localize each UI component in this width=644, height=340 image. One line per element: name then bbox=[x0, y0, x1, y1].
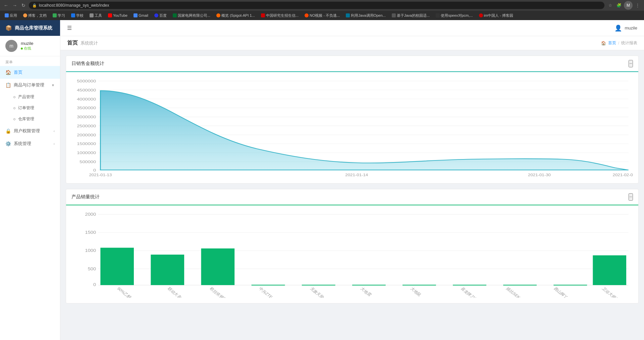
sidebar-item-home[interactable]: 🏠 首页 bbox=[0, 66, 60, 79]
svg-text:欧拉依顿行胡拉链柔软连衣丁: 欧拉依顿行胡拉链柔软连衣丁 bbox=[209, 286, 253, 298]
goods-order-icon: 📋 bbox=[5, 82, 11, 88]
daily-sales-title: 日销售金额统计 bbox=[71, 61, 104, 67]
sidebar-item-system-mgmt[interactable]: ⚙️ 系统管理 ‹ bbox=[0, 137, 60, 150]
header-left: ☰ bbox=[67, 25, 72, 31]
header-username: muzile bbox=[625, 25, 637, 30]
bookmark-school[interactable]: 学校 bbox=[69, 12, 86, 19]
bookmark-java2[interactable]: 基于Java的校园适... bbox=[390, 12, 432, 19]
main-content: ☰ 👤 muzile 首页 系统统计 🏠 首页 / 统计报表 bbox=[60, 20, 644, 340]
breadcrumb-current: 统计报表 bbox=[621, 40, 637, 46]
bookmark-grad[interactable]: 中国研究生招生信... bbox=[259, 12, 301, 19]
chevron-down-icon: ▼ bbox=[51, 83, 55, 87]
lock-icon: 🔒 bbox=[32, 3, 37, 8]
svg-text:500000: 500000 bbox=[79, 159, 96, 164]
bookmark-gmail[interactable]: Gmail bbox=[131, 13, 150, 18]
reload-button[interactable]: ↻ bbox=[20, 2, 27, 9]
svg-text:插比SEKO Q54B啡苏杯茶具: 插比SEKO Q54B啡苏杯茶具 bbox=[505, 286, 548, 298]
bookmark-doc[interactable]: 搏客，文档 bbox=[21, 12, 49, 19]
daily-sales-collapse-button[interactable]: − bbox=[629, 60, 633, 67]
bookmark-state-grid[interactable]: 国家电网有限公司... bbox=[171, 12, 212, 19]
svg-text:中兴ZTE 天机Axon 20 青春版: 中兴ZTE 天机Axon 20 青春版 bbox=[258, 286, 303, 298]
browser-bookmarks: 应用 搏客，文档 学习 学校 工具 YouTube Gmail 百度 bbox=[0, 11, 644, 20]
sidebar-item-user-perm[interactable]: 🔒 用户权限管理 ‹ bbox=[0, 125, 60, 137]
page-title: 首页 bbox=[67, 40, 78, 47]
sidebar-item-goods-order[interactable]: 📋 商品与订单管理 ▼ bbox=[0, 79, 60, 91]
sidebar-item-order-mgmt[interactable]: 订单管理 bbox=[3, 103, 60, 114]
svg-text:大地鼠: 大地鼠 bbox=[409, 286, 422, 297]
svg-text:90%乙醇 消毒液: 90%乙醇 消毒液 bbox=[116, 286, 143, 298]
product-mgmt-label: 产品管理 bbox=[18, 94, 34, 100]
svg-text:联动大衣: 联动大衣 bbox=[166, 286, 182, 298]
product-sales-collapse-button[interactable]: − bbox=[629, 193, 633, 201]
address-bar[interactable]: 🔒 localhost:8080/manage_sys_web/index bbox=[29, 2, 604, 9]
svg-text:2500000: 2500000 bbox=[77, 124, 96, 128]
header-user-icon: 👤 bbox=[614, 24, 622, 32]
status-dot bbox=[21, 48, 23, 50]
app-container: 📦 商品仓库管理系统 m muzile 在线 菜单 🏠 首页 bbox=[0, 20, 644, 340]
bookmark-spigot[interactable]: 概览 (Spigot-API 1... bbox=[214, 12, 257, 19]
sidebar-item-warehouse-mgmt[interactable]: 仓库管理 bbox=[3, 114, 60, 125]
sub-dot-product bbox=[13, 96, 15, 98]
product-sales-chart: 2000 1500 1000 500 0 bbox=[71, 211, 633, 298]
sidebar-nav: 菜单 🏠 首页 📋 商品与订单管理 ▼ 产品管理 bbox=[0, 56, 60, 340]
warehouse-mgmt-label: 仓库管理 bbox=[18, 116, 34, 122]
back-button[interactable]: ← bbox=[3, 2, 9, 9]
top-header: ☰ 👤 muzile bbox=[60, 20, 644, 36]
svg-text:3500000: 3500000 bbox=[77, 106, 96, 110]
browser-toolbar: ← → ↻ 🔒 localhost:8080/manage_sys_web/in… bbox=[0, 0, 644, 11]
bar-11 bbox=[593, 255, 626, 285]
extensions-button[interactable]: 🧩 bbox=[615, 2, 623, 9]
star-button[interactable]: ☆ bbox=[606, 2, 614, 9]
bookmark-cnblog[interactable]: im中国人 - 搏客园 bbox=[477, 12, 515, 19]
sub-menu-goods: 产品管理 订单管理 仓库管理 bbox=[0, 91, 60, 125]
bookmark-baidu[interactable]: 百度 bbox=[152, 12, 169, 19]
page-title-area: 首页 系统统计 bbox=[67, 40, 98, 47]
avatar: m bbox=[5, 40, 17, 52]
menu-toggle-button[interactable]: ☰ bbox=[67, 25, 72, 31]
user-info: muzile 在线 bbox=[21, 41, 34, 51]
sidebar-item-home-label: 首页 bbox=[14, 69, 22, 75]
sidebar-item-product-mgmt[interactable]: 产品管理 bbox=[3, 91, 60, 103]
svg-text:1500000: 1500000 bbox=[77, 142, 96, 146]
home-breadcrumb-icon: 🏠 bbox=[601, 41, 606, 46]
svg-text:0: 0 bbox=[93, 168, 96, 172]
sidebar: 📦 商品仓库管理系统 m muzile 在线 菜单 🏠 首页 bbox=[0, 20, 60, 340]
daily-sales-card: 日销售金额统计 − bbox=[66, 56, 639, 184]
svg-text:4500000: 4500000 bbox=[77, 88, 96, 92]
svg-text:5000000: 5000000 bbox=[77, 79, 96, 83]
svg-text:3000000: 3000000 bbox=[77, 115, 96, 119]
svg-text:跑山脚丫 iPlay40 2021旗舰: 跑山脚丫 iPlay40 2021旗舰 bbox=[553, 286, 594, 298]
bookmark-java[interactable]: 利用Java调用Open... bbox=[344, 12, 387, 19]
product-sales-card: 产品销量统计 − 2000 1500 1000 500 0 bbox=[66, 189, 639, 303]
bookmark-novideo[interactable]: NO视频 - 不负逃... bbox=[303, 12, 342, 19]
svg-text:2021-02-01: 2021-02-01 bbox=[613, 173, 633, 177]
bookmark-speex[interactable]: 使用speex对pcm,... bbox=[434, 12, 475, 19]
sub-dot-warehouse bbox=[13, 118, 15, 120]
forward-button[interactable]: → bbox=[11, 2, 18, 9]
bookmark-youtube[interactable]: YouTube bbox=[106, 13, 129, 18]
svg-text:无敌天险: 无敌天险 bbox=[309, 286, 325, 298]
sub-dot-order bbox=[13, 107, 15, 109]
bar-2 bbox=[151, 255, 184, 285]
browser-chrome: ← → ↻ 🔒 localhost:8080/manage_sys_web/in… bbox=[0, 0, 644, 20]
system-mgmt-icon: ⚙️ bbox=[5, 141, 11, 146]
bar-1 bbox=[100, 248, 134, 285]
profile-button[interactable]: M bbox=[624, 1, 633, 10]
bookmark-learn[interactable]: 学习 bbox=[51, 12, 67, 19]
svg-text:4000000: 4000000 bbox=[77, 97, 96, 101]
breadcrumb-home-link[interactable]: 首页 bbox=[608, 40, 616, 46]
product-sales-svg: 2000 1500 1000 500 0 bbox=[71, 211, 633, 298]
user-status: 在线 bbox=[21, 46, 34, 51]
sidebar-item-goods-label: 商品与订单管理 bbox=[14, 82, 44, 88]
svg-text:1000000: 1000000 bbox=[77, 151, 96, 155]
daily-sales-svg: 5000000 4500000 4000000 3500000 3000000 … bbox=[71, 77, 633, 178]
menu-button[interactable]: ⋮ bbox=[634, 2, 641, 9]
order-mgmt-label: 订单管理 bbox=[18, 105, 34, 111]
daily-sales-card-body: 5000000 4500000 4000000 3500000 3000000 … bbox=[66, 72, 638, 183]
bookmark-tools[interactable]: 工具 bbox=[88, 12, 104, 19]
breadcrumb-separator: / bbox=[618, 41, 619, 46]
bookmark-apps[interactable]: 应用 bbox=[3, 12, 19, 19]
svg-text:2021-01-30: 2021-01-30 bbox=[528, 173, 551, 177]
sidebar-item-user-perm-label: 用户权限管理 bbox=[14, 128, 40, 134]
daily-sales-chart: 5000000 4500000 4000000 3500000 3000000 … bbox=[71, 77, 633, 178]
